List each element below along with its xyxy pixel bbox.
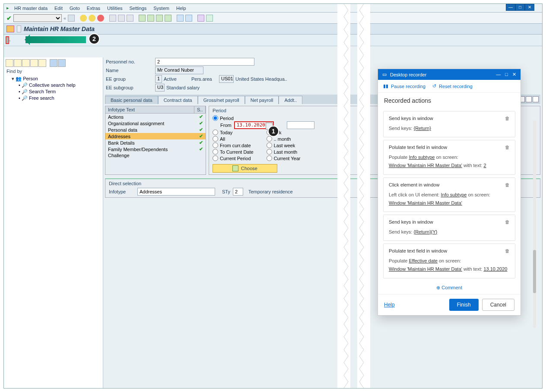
help-link[interactable]: Help [384, 302, 395, 308]
finish-button[interactable]: Finish [449, 299, 479, 311]
tab-right-icon[interactable] [526, 96, 532, 102]
nav-fav2-icon[interactable] [30, 59, 38, 67]
personno-input[interactable] [155, 58, 254, 66]
next-icon[interactable] [156, 15, 163, 22]
back-icon[interactable] [80, 15, 87, 22]
recorder-min-icon[interactable]: — [496, 72, 501, 77]
menu-utilities[interactable]: Utilities [104, 5, 126, 12]
sendkeys-value[interactable]: {Return} [413, 126, 431, 131]
title-icon2 [17, 25, 21, 32]
from-date-input[interactable]: 13.10.2020 [234, 121, 274, 129]
tree-person[interactable]: ▾ 👥 Person [6, 76, 100, 82]
reset-recording-button[interactable]: ↺Reset recording [432, 83, 473, 89]
badge-1: 1 [268, 126, 279, 137]
radio-today[interactable]: Today [213, 129, 254, 136]
tree-freesearch[interactable]: • 🔎 Free search [6, 95, 100, 101]
name-value: Mr Conrad Nuber [155, 66, 203, 74]
card-title: Click element in window [389, 182, 439, 187]
list-row-family[interactable]: Family Member/Dependents✔ [105, 146, 206, 152]
menu-extras[interactable]: Extras [83, 5, 104, 12]
tree-searchterm[interactable]: • 🔎 Search Term [6, 89, 100, 95]
nav-prev-icon[interactable] [6, 59, 13, 67]
menu-goto[interactable]: Goto [66, 5, 83, 12]
menu-help[interactable]: Help [173, 5, 190, 12]
list-row-addresses[interactable]: Addresses✔ [105, 133, 206, 139]
tab-list-icon[interactable] [533, 96, 539, 102]
infotype-input[interactable] [137, 188, 215, 196]
menu-settings[interactable]: Settings [126, 5, 150, 12]
scrollbar-thumb[interactable] [533, 250, 536, 293]
last-icon[interactable] [165, 15, 171, 22]
recorder-title: Desktop recorder [390, 72, 426, 77]
radio-curryear[interactable]: Current Year [267, 155, 301, 161]
app-window: —□✕ ▸ HR master data Edit Goto Extras Ut… [3, 3, 543, 389]
nav-buttons [5, 58, 102, 68]
findnext-icon[interactable] [127, 15, 133, 22]
help-icon[interactable] [197, 15, 204, 22]
tree-collective[interactable]: • 🔎 Collective search help [6, 82, 100, 89]
recorder-app-icon: ▭ [382, 72, 387, 77]
command-field[interactable] [13, 14, 62, 22]
cancel-button[interactable]: Cancel [482, 299, 514, 311]
menu-system[interactable]: System [150, 5, 173, 12]
recorder-close-icon[interactable]: ✕ [512, 72, 516, 77]
newwindow-icon[interactable] [177, 15, 184, 22]
tab-gross[interactable]: Gross/net payroll [198, 96, 245, 104]
delete-icon[interactable]: 🗑 [505, 182, 510, 187]
list-row-org[interactable]: Organizational assignment✔ [105, 120, 206, 126]
enter-icon[interactable]: ✔ [6, 15, 12, 22]
prev-icon[interactable] [147, 15, 154, 22]
radio-lastweek[interactable]: Last week [267, 142, 301, 149]
radio-lastmonth[interactable]: Last month [267, 149, 301, 155]
arrow-callout [25, 36, 86, 43]
nav-fav3-icon[interactable] [38, 59, 46, 67]
delete-icon[interactable]: 🗑 [505, 145, 510, 150]
menu-edit[interactable]: Edit [51, 5, 66, 12]
recorder-max-icon[interactable]: □ [505, 72, 508, 77]
reset-icon: ↺ [432, 83, 436, 89]
delete-icon[interactable]: 🗑 [505, 219, 510, 224]
print-icon[interactable] [109, 15, 116, 22]
shortcut-icon[interactable] [185, 15, 192, 22]
tab-basic[interactable]: Basic personal data [105, 96, 158, 104]
list-row-personal[interactable]: Personal data✔ [105, 126, 206, 133]
findby-label: Find by [5, 68, 102, 75]
tab-net[interactable]: Net payroll [245, 96, 279, 104]
tab-addt[interactable]: Addt.. [279, 96, 302, 104]
sty-input[interactable] [233, 188, 243, 196]
radio-tocurr[interactable]: To Current Date [213, 149, 254, 155]
radio-all[interactable]: All [213, 136, 254, 142]
sty-label: STy [222, 189, 230, 194]
nav-next-icon[interactable] [14, 59, 22, 67]
delete-icon[interactable]: 🗑 [505, 248, 510, 253]
exit-icon[interactable] [89, 15, 95, 22]
nav-down-icon[interactable] [58, 59, 66, 67]
add-comment-button[interactable]: ⊕ Comment [378, 281, 521, 294]
to-date-input[interactable] [287, 121, 314, 129]
nav-up-icon[interactable] [50, 59, 57, 67]
pause-recording-button[interactable]: ▮▮Pause recording [383, 83, 425, 89]
create-icon[interactable]: ▫ [7, 37, 8, 43]
find-icon[interactable] [118, 15, 125, 22]
list-row-challenge[interactable]: Challenge [105, 152, 206, 158]
radio-fromcurr[interactable]: From curr.date [213, 142, 254, 149]
save-icon[interactable] [68, 15, 75, 22]
list-row-actions[interactable]: Actions✔ [105, 114, 206, 120]
radio-currper[interactable]: Current Period [213, 155, 254, 161]
infotype-list: Infotype TextS.. Actions✔ Organizational… [105, 106, 206, 175]
tab-contract[interactable]: Contract data [158, 96, 198, 104]
custom-icon[interactable] [206, 15, 213, 22]
menu-icon: ▸ [6, 5, 9, 11]
eesub-text: Standard salary [166, 85, 200, 90]
list-row-bank[interactable]: Bank Details✔ [105, 139, 206, 146]
menu-hr[interactable]: HR master data [11, 5, 51, 12]
card-sendkeys-1: Send keys in window🗑 Send keys: {Return} [383, 111, 515, 137]
first-icon[interactable] [139, 15, 146, 22]
eegrp-label: EE group [106, 76, 153, 82]
choose-button[interactable]: Choose [213, 164, 277, 173]
nav-fav1-icon[interactable] [22, 59, 30, 67]
recorder-scrollbar[interactable] [533, 120, 536, 328]
delete-icon[interactable]: 🗑 [505, 116, 510, 121]
cancel-icon[interactable] [97, 15, 104, 22]
window-controls[interactable]: —□✕ [506, 4, 534, 11]
